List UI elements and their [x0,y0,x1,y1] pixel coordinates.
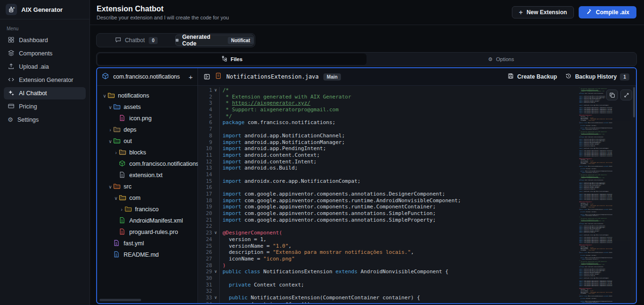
add-file-button[interactable]: + [188,73,193,81]
code-line: 11import android.content.Context; [198,152,636,159]
tree-file-icon-png[interactable]: icon.png [97,113,197,124]
page-header: Extension Chatbot Describe your extensio… [90,0,644,25]
fold-spacer [212,236,219,243]
line-number: 30 [198,275,212,282]
sidebar-item-components[interactable]: Components [4,47,86,60]
tree-folder-out[interactable]: ∨out [97,135,197,147]
file-tree-header: com.francisco.notifications + [97,68,197,86]
sidebar-item-dashboard[interactable]: Dashboard [4,34,86,46]
fold-spacer [212,275,219,282]
sidebar-item-label: AI Chatbot [19,90,47,97]
line-number: 7 [198,126,212,133]
app-title: AIX Generator [21,6,63,13]
sidebar-item-upload-aia[interactable]: Upload .aia [4,61,86,73]
code-line: 18import com.google.appinventor.componen… [198,197,636,204]
code-line: 2 * Extension generated with AIX Generat… [198,94,636,100]
app-root: AI AIX Generator Menu DashboardComponent… [0,0,644,305]
card-icon [8,103,15,111]
tree-horizontal-scrollbar[interactable] [99,299,141,301]
tab-options[interactable]: ⚙ Options [367,54,635,65]
tree-file-com-francisco-notifications-aix[interactable]: com.francisco.notifications.aix [97,158,197,170]
tab-generated-code[interactable]: Generated Code Notificat [175,35,254,46]
fold-spacer [212,204,219,210]
tree-folder-blocks[interactable]: ›blocks [97,147,197,158]
line-number: 6 [198,119,212,126]
line-number: 14 [198,171,212,178]
tree-file-readme-md[interactable]: README.md [97,249,197,260]
fold-spacer [212,165,219,171]
line-number: 32 [198,288,212,295]
fold-spacer [212,256,219,262]
fold-chevron-icon[interactable]: ∨ [212,295,219,301]
fold-spacer [212,152,219,159]
expand-fullscreen-button[interactable] [620,90,632,100]
tree-item-label: com.francisco.notifications.aix [129,161,208,167]
tree-file-extension-txt[interactable]: extension.txt [97,170,197,181]
sidebar-item-label: Components [19,50,53,57]
code-line: 8import android.app.NotificationChannel; [198,133,636,139]
tree-file-androidmanifest-xml[interactable]: AndroidManifest.xml [97,215,197,226]
fold-spacer [212,282,219,288]
upload-icon [8,63,15,71]
line-number: 2 [198,94,212,100]
code-line: 34 super(container.$form()); [198,301,636,303]
code-line: 6package com.francisco.notifications; [198,119,636,126]
minimap[interactable]: /* * Extension generated with AIX Genera… [576,87,612,303]
sidebar-item-ai-chatbot[interactable]: AI Chatbot [4,87,86,99]
tree-item-label: out [124,138,132,144]
code-line: 21import com.google.appinventor.componen… [198,217,636,224]
code-line: import androidx.core.app.NotificationCom… [576,235,612,236]
code-line: import com.google.appinventor.components… [576,286,612,287]
line-number: 22 [198,223,212,230]
sidebar-item-extension-generator[interactable]: Extension Generator [4,74,86,86]
tree-folder-src[interactable]: ∨src [97,181,197,192]
tree-folder-assets[interactable]: ∨assets [97,101,197,113]
create-backup-button[interactable]: Create Backup [508,73,557,81]
sidebar-item-label: Extension Generator [19,77,73,83]
new-extension-button[interactable]: + New Extension [512,6,574,18]
line-number: 5 [198,113,212,120]
components-icon [8,50,15,58]
fold-chevron-icon[interactable]: ∨ [212,87,219,94]
copy-code-button[interactable] [606,90,618,100]
code-line: 7 [198,126,636,133]
open-filename: NotificationsExtension.java [226,73,319,80]
code-line: public class NotificationsExtension exte… [576,123,612,124]
fold-chevron-icon[interactable]: ∨ [212,269,219,275]
tree-folder-deps[interactable]: ›deps [97,124,197,135]
line-number: 25 [198,243,212,250]
tab-chatbot[interactable]: Chatbot 0 [98,35,175,46]
file-tree: ∨notifications∨assetsicon.png›deps∨out›b… [97,86,197,260]
tree-file-proguard-rules-pro[interactable]: proguard-rules.pro [97,226,197,238]
app-logo[interactable]: AI AIX Generator [0,0,89,19]
fold-chevron-icon[interactable]: ∨ [212,230,219,236]
file-tree-icon [222,56,227,63]
editor-body[interactable]: 1∨/*2 * Extension generated with AIX Gen… [198,86,636,303]
tab-files[interactable]: Files [98,54,367,65]
tree-item-label: blocks [129,149,146,156]
fold-spacer [212,139,219,146]
line-number: 9 [198,139,212,146]
fold-spacer [212,197,219,204]
fold-spacer [212,191,219,197]
file-icon [119,228,126,236]
tree-folder-francisco[interactable]: ›francisco [97,204,197,215]
tree-file-fast-yml[interactable]: fast.yml [97,238,197,249]
line-number: 33 [198,295,212,301]
code-line: 26 description = "Extensão para mostrar … [198,249,636,256]
tree-item-label: extension.txt [129,172,162,179]
line-number: 3 [198,100,212,107]
sidebar: AI AIX Generator Menu DashboardComponent… [0,0,90,305]
line-number: 12 [198,159,212,165]
chevron-down-icon: ∨ [113,196,119,201]
sidebar-item-pricing[interactable]: Pricing [4,100,86,113]
tree-folder-notifications[interactable]: ∨notifications [97,90,197,101]
tree-folder-com[interactable]: ∨com [97,192,197,204]
editor-vertical-scrollbar[interactable] [633,87,635,117]
sidebar-item-settings[interactable]: ⚙Settings [4,114,86,126]
generated-code-badge: Notificat [228,37,253,44]
toggle-sidebar-icon[interactable] [204,73,210,80]
line-number: 28 [198,262,212,269]
compile-aix-button[interactable]: Compile .aix [579,6,636,18]
backup-history-button[interactable]: Backup History 1 [565,73,629,81]
